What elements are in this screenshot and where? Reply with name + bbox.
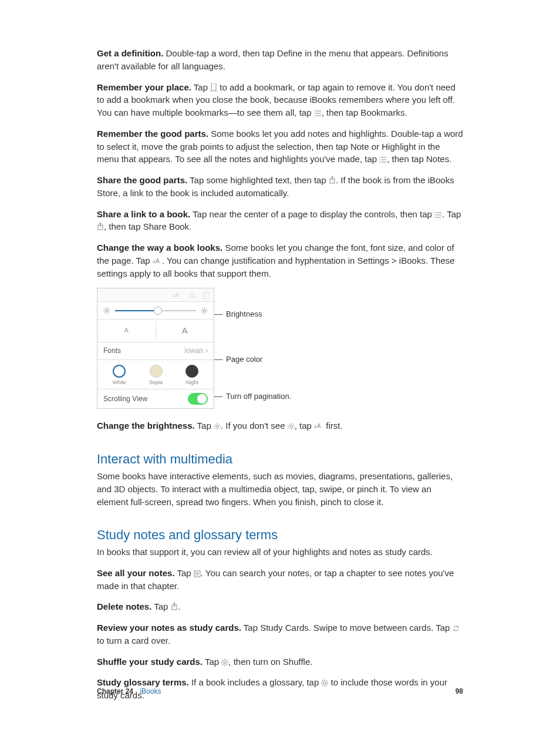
flip-icon — [453, 625, 460, 632]
bold-label: Change the brightness. — [97, 421, 195, 431]
callout-page-color: Page color — [214, 354, 262, 365]
share-icon — [171, 603, 178, 611]
panel-toolbar — [97, 288, 214, 301]
text: , then turn on Shuffle. — [228, 657, 312, 667]
page-footer: Chapter 24 iBooks 98 — [97, 687, 463, 697]
text: . Tap — [442, 209, 461, 219]
para-remember-place: Remember your place. Tap to add a bookma… — [97, 81, 463, 119]
font-name-value: Iowan› — [184, 346, 208, 356]
text: Tap — [175, 568, 194, 578]
bold-label: Remember your place. — [97, 82, 191, 92]
section-multimedia-title: Interact with multimedia — [97, 450, 463, 469]
chapter-name: iBooks — [140, 687, 161, 695]
page-content: Get a definition. Double-tap a word, the… — [0, 0, 560, 702]
share-icon — [329, 176, 336, 184]
search-icon — [189, 292, 196, 299]
brightness-slider[interactable] — [115, 310, 196, 311]
list-icon — [434, 211, 442, 218]
font-larger-button[interactable]: A — [156, 320, 214, 342]
bold-label: Share the good parts. — [97, 175, 187, 185]
fonts-row[interactable]: Fonts Iowan› — [97, 342, 214, 359]
fonts-label: Fonts — [103, 346, 121, 356]
section-study-title: Study notes and glossary terms — [97, 526, 463, 544]
scrolling-view-row: Scrolling View — [97, 389, 214, 408]
para-delete-notes: Delete notes. Tap . — [97, 600, 463, 613]
callout-pagination: Turn off pagination. — [214, 391, 291, 402]
para-share-good: Share the good parts. Tap some highlight… — [97, 174, 463, 200]
bold-label: Share a link to a book. — [97, 209, 190, 219]
para-change-look: Change the way a book looks. Some books … — [97, 241, 463, 280]
brightness-low-icon — [103, 307, 110, 314]
para-review-cards: Review your notes as study cards. Tap St… — [97, 621, 463, 647]
text: , tap — [295, 421, 314, 431]
text: . — [178, 601, 180, 611]
scrolling-view-toggle[interactable] — [188, 393, 208, 405]
bold-label: Delete notes. — [97, 601, 151, 611]
text: Tap near the center of a page to display… — [190, 209, 434, 219]
para-definition: Get a definition. Double-tap a word, the… — [97, 47, 463, 73]
list-icon — [379, 156, 387, 163]
text: , then tap Bookmarks. — [322, 107, 407, 117]
aa-icon — [314, 423, 323, 430]
text: Tap — [203, 657, 221, 667]
brightness-high-icon — [201, 307, 208, 314]
text: , then tap Notes. — [387, 154, 451, 164]
aa-icon — [173, 292, 182, 299]
text: Tap — [151, 601, 170, 611]
text: , then tap Share Book. — [104, 221, 191, 231]
list-icon — [314, 110, 322, 117]
callout-brightness: Brightness — [214, 309, 262, 320]
para-change-brightness: Change the brightness. Tap . If you don'… — [97, 419, 463, 432]
brightness-icon — [288, 423, 295, 430]
brightness-row — [97, 301, 214, 319]
page-color-row: White Sepia Night — [97, 359, 214, 389]
para-see-notes: See all your notes. Tap . You can search… — [97, 567, 463, 593]
page-number: 98 — [456, 687, 463, 697]
chapter-info: Chapter 24 iBooks — [97, 687, 161, 697]
color-sepia-option[interactable]: Sepia — [149, 365, 163, 386]
text: first. — [323, 421, 343, 431]
bold-label: Change the way a book looks. — [97, 243, 222, 253]
bold-label: Shuffle your study cards. — [97, 657, 203, 667]
section-multimedia-text: Some books have interactive elements, su… — [97, 470, 463, 508]
brightness-icon — [214, 423, 221, 430]
bookmark-icon — [210, 83, 217, 92]
chapter-label: Chapter 24 — [97, 687, 133, 695]
para-shuffle: Shuffle your study cards. Tap , then tur… — [97, 655, 463, 668]
bold-label: Remember the good parts. — [97, 129, 208, 139]
settings-panel: A A Fonts Iowan› White Sepia Night Scrol… — [97, 288, 214, 409]
bold-label: See all your notes. — [97, 568, 175, 578]
text: Tap Study Cards. Swipe to move between c… — [241, 623, 453, 633]
text: Tap — [195, 421, 214, 431]
text: Tap — [191, 82, 210, 92]
aa-icon — [153, 258, 162, 265]
font-smaller-button[interactable]: A — [97, 321, 156, 340]
para-remember-good: Remember the good parts. Some books let … — [97, 127, 463, 166]
scrolling-view-label: Scrolling View — [103, 394, 147, 404]
bold-label: Review your notes as study cards. — [97, 623, 241, 633]
text: to turn a card over. — [97, 636, 170, 645]
bold-label: Get a definition. — [97, 48, 163, 58]
bookmark-icon — [203, 292, 209, 299]
section-study-intro: In books that support it, you can review… — [97, 546, 463, 559]
text: Tap some highlighted text, then tap — [187, 175, 329, 185]
text: . If you don't see — [221, 421, 288, 431]
notes-icon — [194, 570, 201, 577]
share-icon — [97, 223, 104, 231]
font-size-row: A A — [97, 319, 214, 342]
color-white-option[interactable]: White — [113, 365, 126, 386]
gear-icon — [221, 659, 228, 666]
chevron-right-icon: › — [205, 346, 208, 356]
para-share-link: Share a link to a book. Tap near the cen… — [97, 208, 463, 234]
settings-panel-illustration: A A Fonts Iowan› White Sepia Night Scrol… — [97, 288, 463, 409]
color-night-option[interactable]: Night — [185, 365, 198, 386]
